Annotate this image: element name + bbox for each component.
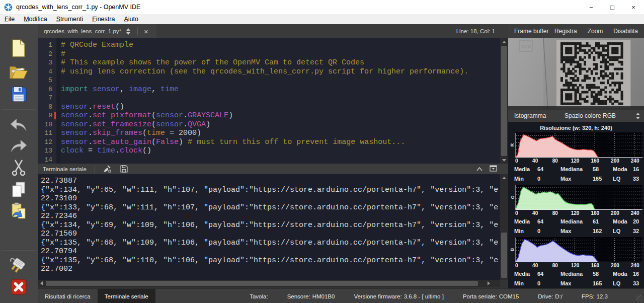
redo-icon: [9, 138, 28, 154]
stat-value: 20: [633, 217, 644, 226]
menu-modifica[interactable]: Modifica: [19, 15, 52, 24]
line-number: 13: [38, 146, 56, 156]
stat-label: Max: [560, 279, 593, 288]
scroll-left-icon[interactable]: [38, 280, 45, 287]
redo-button[interactable]: [4, 135, 33, 157]
code-editor[interactable]: 1234567891011121314 # QRCode Example## T…: [38, 38, 508, 164]
status-value: 12.3: [597, 293, 608, 299]
new-file-icon: [11, 39, 26, 57]
zoom-button[interactable]: Zoom: [588, 28, 603, 35]
scroll-thumb[interactable]: [501, 46, 507, 156]
stat-value: 165: [593, 279, 613, 288]
axis-tick: 160: [591, 263, 599, 268]
status-bar: Risultati di ricerca Terminale seriale T…: [38, 288, 644, 303]
clear-terminal-button[interactable]: [98, 165, 116, 173]
copy-button[interactable]: [4, 179, 33, 201]
code-line: import sensor, image, time: [61, 85, 500, 94]
channel-label: B: [510, 237, 515, 262]
axis-tick: 200: [611, 263, 619, 268]
channel-axis: 04080120160200240: [515, 158, 642, 165]
stop-button[interactable]: [4, 276, 33, 298]
stat-label: Min: [514, 279, 537, 288]
maximize-button[interactable]: □: [602, 0, 623, 14]
terminal-header: Terminale seriale: [38, 164, 508, 174]
scroll-down-icon[interactable]: [500, 157, 508, 164]
line-number: 9: [38, 111, 56, 120]
resize-grip[interactable]: [636, 295, 643, 302]
tab-title: qrcodes_with_lens_corr_1.py*: [44, 28, 121, 34]
stat-label: Moda: [613, 217, 633, 226]
line-number: 1: [38, 41, 56, 50]
title-bar: qrcodes_with_lens_corr_1.py - OpenMV IDE…: [0, 0, 644, 14]
terminal-line: 22.7002: [41, 265, 500, 274]
divider: [137, 27, 138, 35]
scroll-thumb[interactable]: [46, 281, 478, 286]
scroll-right-icon[interactable]: [485, 280, 492, 287]
minimize-button[interactable]: −: [581, 0, 602, 14]
code-line: sensor.set_framesize(sensor.QVGA): [61, 120, 500, 129]
tab-qrcodes-script[interactable]: qrcodes_with_lens_corr_1.py* ×: [38, 24, 156, 38]
status-item: Versione firmware:3.6.8 - [ ultimo ]: [354, 293, 444, 299]
terminal-line: {"x":134, "y":69, "w":109, "h":106, "pay…: [41, 221, 500, 230]
line-number: 12: [38, 138, 56, 147]
dock-terminal-button[interactable]: [490, 165, 497, 173]
terminal-line: 22.70794: [41, 247, 500, 256]
undo-button[interactable]: [4, 114, 33, 136]
axis-tick: 120: [571, 263, 580, 268]
editor-vscrollbar[interactable]: [500, 38, 508, 164]
save-icon: [10, 86, 27, 103]
undo-icon: [9, 117, 28, 132]
status-value: D:/: [555, 293, 562, 299]
tab-terminale-seriale[interactable]: Terminale seriale: [98, 289, 155, 303]
open-file-button[interactable]: [4, 60, 33, 83]
save-file-button[interactable]: [4, 83, 33, 105]
plug-icon: [9, 256, 28, 274]
collapse-terminal-button[interactable]: [476, 166, 482, 172]
menu-finestra[interactable]: Finestra: [88, 15, 119, 24]
channel-stats: Media64Mediana58Moda16StDev39Min0Max165L…: [510, 269, 642, 288]
menu-strumenti[interactable]: Strumenti: [52, 15, 88, 24]
stat-value: 64: [537, 165, 560, 174]
frame-buffer-image: [508, 38, 644, 110]
terminal-hscrollbar[interactable]: [38, 280, 500, 287]
close-button[interactable]: ×: [623, 0, 644, 14]
code-line: [61, 156, 500, 164]
resolution-label: Risoluzione (w: 320, h: 240): [508, 122, 644, 132]
scroll-thumb[interactable]: [501, 233, 507, 278]
connect-button[interactable]: [4, 254, 33, 276]
registra-button[interactable]: Registra: [554, 28, 577, 35]
save-log-button[interactable]: [116, 165, 132, 173]
status-item: Sensore:HM01B0: [287, 293, 335, 299]
code-line: # This example shows the power of the Op…: [61, 58, 500, 67]
cut-button[interactable]: [4, 157, 33, 179]
terminal-vscrollbar[interactable]: [500, 174, 508, 280]
channel-plot: [515, 185, 642, 210]
axis-tick: 120: [571, 210, 580, 216]
status-item: Drive:D:/: [538, 293, 562, 299]
line-number: 3: [38, 58, 56, 67]
line-number: 11: [38, 129, 56, 138]
code-lines: # QRCode Example## This example shows th…: [61, 38, 500, 164]
right-panel: Frame buffer Registra Zoom Disabilita Is…: [508, 24, 644, 288]
tab-spinner-icon[interactable]: [126, 28, 130, 35]
disabilita-button[interactable]: Disabilita: [613, 28, 638, 35]
terminal-line: 22.73109: [41, 194, 500, 203]
tab-risultati-di-ricerca[interactable]: Risultati di ricerca: [38, 289, 98, 303]
menu-aiuto[interactable]: Aiuto: [119, 15, 143, 24]
stat-label: LQ: [613, 279, 633, 288]
new-file-button[interactable]: [4, 37, 33, 59]
menu-file[interactable]: File: [0, 15, 19, 24]
collapse-icon: [476, 167, 482, 171]
axis-tick: 200: [611, 158, 619, 164]
dock-icon: [490, 165, 497, 172]
colorspace-select[interactable]: Spazio colore RGB: [565, 112, 631, 119]
tab-close-icon[interactable]: ×: [140, 27, 152, 36]
histogram-channel-g: G04080120160200240Media64Mediana61Moda20…: [510, 185, 642, 236]
stat-label: Mediana: [560, 269, 593, 279]
status-label: Drive:: [538, 293, 553, 299]
scroll-up-icon[interactable]: [500, 174, 508, 181]
paste-button[interactable]: [4, 200, 33, 222]
terminal-output[interactable]: 22.73887{"x":134, "y":65, "w":111, "h":1…: [38, 174, 500, 280]
colorspace-spinner-icon[interactable]: [636, 113, 640, 119]
scroll-up-icon[interactable]: [500, 38, 508, 45]
